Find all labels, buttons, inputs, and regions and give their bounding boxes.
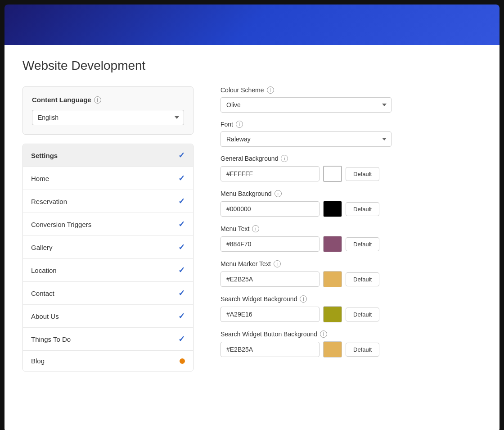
search-widget-button-background-group: Search Widget Button Background i Defaul…: [220, 330, 482, 358]
menu-text-input[interactable]: [220, 236, 320, 252]
colour-scheme-group: Colour Scheme i Olive Blue Red Green Pur…: [220, 86, 482, 113]
menu-marker-text-swatch[interactable]: [323, 271, 342, 287]
nav-item-reservation-check: ✓: [178, 196, 185, 206]
general-background-swatch[interactable]: [323, 166, 342, 182]
search-widget-button-background-default-button[interactable]: Default: [346, 343, 379, 357]
menu-marker-text-default-button[interactable]: Default: [346, 272, 379, 286]
menu-text-info-icon: i: [252, 225, 259, 232]
nav-item-reservation[interactable]: Reservation ✓: [23, 190, 193, 213]
main-container: Website Development Content Language i E…: [4, 45, 500, 430]
search-widget-button-background-row: Default: [220, 341, 482, 358]
menu-text-group: Menu Text i Default: [220, 225, 482, 252]
menu-text-swatch[interactable]: [323, 236, 342, 252]
language-info-icon: i: [94, 96, 101, 104]
general-background-info-icon: i: [281, 155, 288, 162]
nav-item-about-us-check: ✓: [178, 311, 185, 321]
page-title: Website Development: [22, 59, 482, 73]
nav-item-settings[interactable]: Settings ✓: [23, 144, 193, 167]
menu-background-input[interactable]: [220, 201, 320, 217]
nav-item-about-us-label: About Us: [31, 312, 59, 320]
nav-item-gallery-check: ✓: [178, 242, 185, 252]
nav-item-settings-check: ✓: [178, 150, 185, 160]
nav-item-home-label: Home: [31, 175, 49, 182]
content-area: Content Language i English French Spanis…: [22, 86, 482, 371]
font-select[interactable]: Raleway Arial Georgia Roboto Open Sans: [220, 131, 392, 147]
menu-marker-text-label: Menu Marker Text i: [220, 260, 482, 267]
nav-item-about-us[interactable]: About Us ✓: [23, 305, 193, 328]
menu-background-swatch[interactable]: [323, 201, 342, 217]
search-widget-button-background-label: Search Widget Button Background i: [220, 330, 482, 338]
nav-item-contact-check: ✓: [178, 288, 185, 298]
nav-item-things-to-do-check: ✓: [178, 334, 185, 344]
nav-item-contact[interactable]: Contact ✓: [23, 282, 193, 305]
nav-item-home[interactable]: Home ✓: [23, 167, 193, 190]
search-widget-background-info-icon: i: [300, 295, 307, 303]
nav-item-blog-label: Blog: [31, 357, 45, 365]
font-info-icon: i: [236, 121, 243, 128]
nav-item-conversion-triggers[interactable]: Conversion Triggers ✓: [23, 213, 193, 236]
search-widget-button-background-input[interactable]: [220, 342, 320, 357]
nav-item-contact-label: Contact: [31, 290, 54, 297]
nav-list: Settings ✓ Home ✓ Reservation ✓ Conversi…: [22, 144, 194, 371]
general-background-input[interactable]: [220, 166, 320, 181]
colour-scheme-select[interactable]: Olive Blue Red Green Purple: [220, 97, 392, 113]
nav-item-home-check: ✓: [178, 173, 185, 183]
menu-background-row: Default: [220, 201, 482, 217]
nav-item-location-check: ✓: [178, 265, 185, 275]
menu-marker-text-row: Default: [220, 271, 482, 287]
menu-background-info-icon: i: [274, 190, 282, 197]
menu-marker-text-group: Menu Marker Text i Default: [220, 260, 482, 287]
general-background-default-button[interactable]: Default: [346, 167, 379, 181]
menu-text-label: Menu Text i: [220, 225, 482, 232]
nav-item-conversion-triggers-check: ✓: [178, 219, 185, 229]
search-widget-background-swatch[interactable]: [323, 306, 342, 322]
left-panel: Content Language i English French Spanis…: [22, 86, 194, 371]
nav-item-reservation-label: Reservation: [31, 198, 67, 205]
language-label: Content Language i: [32, 96, 184, 104]
search-widget-background-row: Default: [220, 306, 482, 322]
search-widget-background-default-button[interactable]: Default: [346, 308, 379, 321]
font-group: Font i Raleway Arial Georgia Roboto Open…: [220, 121, 482, 147]
search-widget-background-group: Search Widget Background i Default: [220, 295, 482, 322]
general-background-label: General Background i: [220, 155, 482, 162]
nav-item-conversion-triggers-label: Conversion Triggers: [31, 221, 91, 228]
nav-item-settings-label: Settings: [31, 152, 58, 159]
menu-marker-text-info-icon: i: [274, 260, 281, 267]
menu-text-row: Default: [220, 236, 482, 252]
menu-background-label: Menu Background i: [220, 190, 482, 197]
menu-marker-text-input[interactable]: [220, 272, 320, 287]
top-bar: [4, 5, 500, 45]
nav-item-blog[interactable]: Blog: [23, 351, 193, 371]
nav-item-gallery[interactable]: Gallery ✓: [23, 236, 193, 259]
nav-item-things-to-do-label: Things To Do: [31, 335, 71, 343]
language-box: Content Language i English French Spanis…: [22, 86, 194, 135]
colour-scheme-label: Colour Scheme i: [220, 86, 482, 94]
menu-text-default-button[interactable]: Default: [346, 237, 379, 251]
nav-item-location-label: Location: [31, 267, 57, 274]
colour-scheme-info-icon: i: [267, 86, 274, 94]
language-select[interactable]: English French Spanish German: [32, 110, 184, 125]
search-widget-button-background-swatch[interactable]: [323, 341, 342, 358]
nav-item-location[interactable]: Location ✓: [23, 259, 193, 282]
search-widget-background-input[interactable]: [220, 307, 320, 322]
nav-item-blog-dot: [180, 358, 185, 364]
font-label: Font i: [220, 121, 482, 128]
search-widget-background-label: Search Widget Background i: [220, 295, 482, 303]
right-panel: Colour Scheme i Olive Blue Red Green Pur…: [220, 86, 482, 371]
nav-item-gallery-label: Gallery: [31, 244, 53, 251]
general-background-row: Default: [220, 166, 482, 182]
menu-background-default-button[interactable]: Default: [346, 202, 379, 216]
nav-item-things-to-do[interactable]: Things To Do ✓: [23, 328, 193, 351]
search-widget-button-background-info-icon: i: [320, 330, 327, 338]
menu-background-group: Menu Background i Default: [220, 190, 482, 217]
general-background-group: General Background i Default: [220, 155, 482, 182]
